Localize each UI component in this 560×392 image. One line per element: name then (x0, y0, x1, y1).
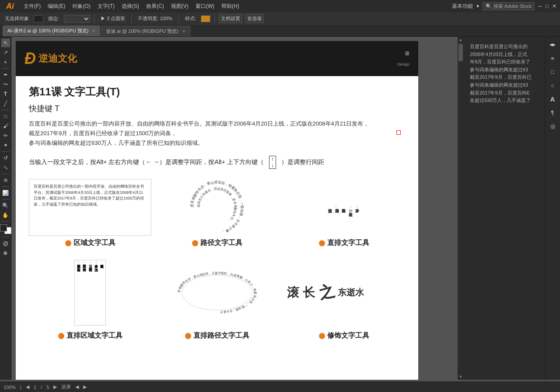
right-panel-text: 百度百科是百度公司推出的 2006年4月20日上线，正式 年9月，百度百科已经收… (466, 39, 542, 108)
tool-sep6 (2, 199, 10, 200)
sep1 (94, 14, 94, 23)
panel-rect-icon[interactable]: □ (546, 66, 559, 78)
stroke-dropdown[interactable] (64, 15, 90, 23)
demo-decoration: 滚 长 之 东逝水 修饰文字工具 (283, 256, 405, 344)
workspace-dropdown-icon[interactable]: ▾ (476, 3, 479, 9)
scroll-down-arrow[interactable]: ▼ (458, 374, 464, 380)
hamburger-icon[interactable]: ≡Design (397, 49, 410, 68)
sep4 (214, 14, 215, 23)
document-canvas: Ð 逆迪文化 ≡Design 第11课 文字工具(T) 快捷键 T 百度百科是百… (16, 41, 418, 380)
logo-d-icon: Ð (24, 49, 36, 68)
canvas-area: Ð 逆迪文化 ≡Design 第11课 文字工具(T) 快捷键 T 百度百科是百… (11, 37, 464, 380)
zoom-tool[interactable]: 🔍 (1, 201, 10, 210)
minimize-button[interactable]: ─ (538, 3, 542, 9)
bottom-grid: 非成败转头空，青山依旧在 几度夕阳红，白发渔樵 江渚上，惜看秋月照 古今多少事，… (29, 256, 405, 344)
rect-tool[interactable]: □ (1, 112, 10, 121)
svg-point-2 (182, 275, 252, 310)
vertical-text-block: 滚滚长江东逝水 浪花淘尽英雄。 旧是非成败转头 空，青山依旧在 古今多少事， (328, 206, 360, 210)
panel-circle-icon[interactable]: ○ (546, 79, 559, 91)
scroll-next[interactable]: ▶ (83, 384, 87, 390)
curvature-tool[interactable]: 〜 (1, 80, 10, 89)
tool-sep1 (2, 68, 10, 69)
pencil-tool[interactable]: ✏ (1, 131, 10, 140)
panel-arrows-icon[interactable]: ◀▶ (546, 38, 559, 51)
next-page-button[interactable]: ▶ (53, 384, 57, 390)
path-text-content: 是非成败转头空，青山依旧在，惜看秋月照，一壶浊酒，古今多少事， 滚滚长江东逝水，… (156, 179, 278, 236)
red-marker (396, 130, 401, 135)
decoration-text-block: 滚 长 之 东逝水 (287, 282, 364, 303)
close-button[interactable]: ✕ (552, 3, 556, 9)
stroke-none-icon[interactable]: ⊘ (1, 239, 10, 248)
arrow-up-down: ↑ ↓ (269, 156, 276, 169)
color-swatches[interactable] (0, 224, 12, 235)
vertical-dot (319, 240, 325, 246)
tab-close-1[interactable]: ✕ (92, 28, 95, 33)
shaper-tool[interactable]: ✦ (1, 141, 10, 150)
menu-file[interactable]: 文件(F) (24, 3, 41, 10)
workspace-label[interactable]: 基本功能 (452, 3, 473, 10)
circle-text-svg: 是非成败转头空，青山依旧在，惜看秋月照，一壶浊酒，古今多少事， 滚滚长江东逝水，… (186, 179, 248, 236)
scroll-prev[interactable]: ◀ (75, 384, 79, 390)
graph-tool[interactable]: 📊 (1, 189, 10, 197)
menu-object[interactable]: 对象(O) (72, 3, 90, 10)
restore-button[interactable]: □ (546, 3, 549, 9)
touch-tool[interactable]: ╱ (1, 99, 10, 108)
scroll-thumb[interactable] (458, 44, 463, 61)
stock-search[interactable]: 🔍 搜索 Adobe Stock (483, 2, 535, 10)
menu-text[interactable]: 文字(T) (98, 3, 115, 10)
ai-logo: Ai (4, 2, 17, 11)
decoration-label: 修饰文字工具 (319, 331, 369, 340)
scale-tool[interactable]: ⤡ (1, 163, 10, 172)
menu-edit[interactable]: 编辑(E) (48, 3, 65, 10)
tool-sep4 (2, 174, 10, 174)
instruction-text: 当输入一段文字之后，按Alt+ 左右方向键（← →）是调整字间距，按Alt+ 上… (29, 156, 405, 169)
vertical-text-label: 直排文字工具 (319, 238, 369, 248)
vertical-path-content: 非成败转头空，青山依旧在，几度夕阳红，白发渔樵，江渚上，惜看秋月照，一壶浊酒，古… (156, 256, 278, 329)
text-tool[interactable]: T (1, 90, 10, 98)
style-swatch[interactable] (201, 15, 210, 22)
direct-select-tool[interactable]: ↗ (1, 48, 10, 57)
tab-ai-course[interactable]: AI-课件2.ai @ 100% (RGB/GPU 预览) ✕ (3, 25, 100, 36)
svg-text:非成败转头空，青山依旧在，几度夕阳红，白发渔樵，江渚上，惜看: 非成败转头空，青山依旧在，几度夕阳红，白发渔樵，江渚上，惜看秋月照，一壶浊酒，古… (177, 271, 257, 314)
scroll-label: 滚屏 (61, 384, 71, 390)
panel-glyph-icon[interactable]: ◎ (546, 120, 559, 132)
deco-char-1: 滚 (287, 284, 299, 301)
scroll-up-arrow[interactable]: ▲ (458, 37, 464, 43)
tab-close-2[interactable]: ✕ (182, 29, 186, 34)
lasso-tool[interactable]: ⌖ (1, 58, 10, 66)
menu-select[interactable]: 选择(S) (122, 3, 139, 10)
preferences-button[interactable]: 首选项 (245, 14, 264, 23)
prev-page-button[interactable]: ◀ (26, 384, 29, 390)
menu-window[interactable]: 窗口(W) (196, 3, 214, 10)
doc-settings-button[interactable]: 文档设置 (219, 14, 242, 23)
logo-text: 逆迪文化 (38, 52, 77, 65)
menu-view[interactable]: 视图(V) (171, 3, 189, 10)
rotate-tool[interactable]: ↺ (1, 154, 10, 162)
pattern-icon[interactable]: ▦ (1, 248, 10, 257)
deco-dot (319, 333, 325, 339)
pen-tool[interactable]: ✒ (1, 70, 10, 79)
sep2 (131, 14, 132, 23)
doc-content: 第11课 文字工具(T) 快捷键 T 百度百科是百度公司推出的一部内容开放、自由… (16, 76, 418, 353)
panel-line-icon[interactable]: ≡ (546, 52, 559, 64)
panel-paragraph-icon[interactable]: ¶ (546, 106, 559, 119)
select-tool[interactable]: ↖ (1, 38, 10, 47)
doc-menu-area: ≡Design (397, 49, 410, 68)
tab-nidi[interactable]: 逆迪.ai @ 100% (RGB/GPU 预览) ✕ (101, 26, 190, 36)
warp-tool[interactable]: ≋ (1, 176, 10, 185)
paintbrush-tool[interactable]: 🖌 (1, 122, 10, 130)
lesson-title: 第11课 文字工具(T) (29, 85, 405, 99)
menu-help[interactable]: 帮助(H) (221, 3, 239, 10)
panel-text-icon[interactable]: A (546, 93, 559, 105)
fg-color-swatch[interactable] (0, 224, 7, 231)
vertical-scrollbar[interactable]: ▲ ▼ (458, 37, 464, 380)
menu-effect[interactable]: 效果(C) (146, 3, 164, 10)
decoration-content: 滚 长 之 东逝水 (283, 256, 405, 329)
svg-text:滚滚长江东逝水，浪花淘尽英雄，是非成败转头空，: 滚滚长江东逝水，浪花淘尽英雄，是非成败转头空， (197, 187, 237, 223)
stroke-color-swatch[interactable] (34, 15, 43, 22)
hand-tool[interactable]: ✋ (1, 211, 10, 220)
zoom-level[interactable]: 100% (4, 385, 16, 390)
vertical-area-label: 直排区域文字工具 (58, 331, 122, 340)
varea-dot (58, 333, 64, 339)
sep3 (178, 14, 179, 23)
